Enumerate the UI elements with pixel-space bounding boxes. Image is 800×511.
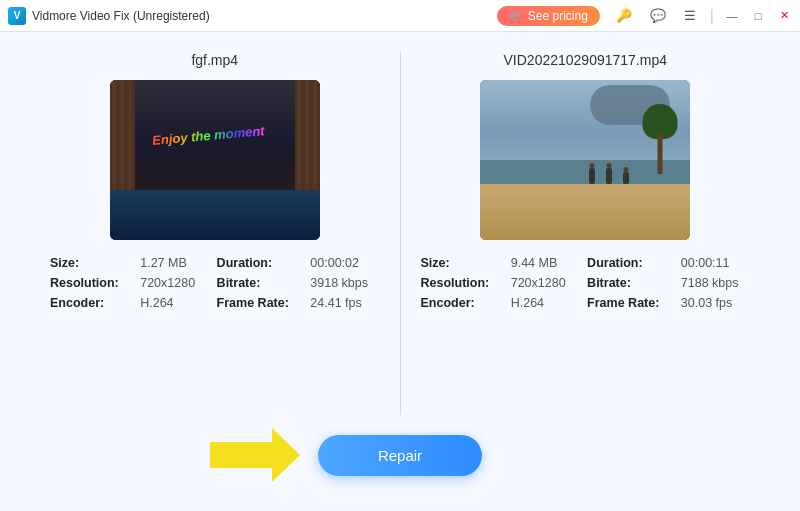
right-encoder-label: Encoder: <box>421 296 501 310</box>
right-duration-value: 00:00:11 <box>681 256 750 270</box>
key-icon[interactable]: 🔑 <box>612 6 636 25</box>
bottom-bar: Repair <box>30 415 770 495</box>
pricing-label: See pricing <box>528 9 588 23</box>
left-video-thumbnail: Enjoy the moment <box>110 80 320 240</box>
close-button[interactable]: ✕ <box>776 8 792 24</box>
person-1 <box>589 168 595 184</box>
neon-text: Enjoy the moment <box>151 123 265 148</box>
yellow-arrow <box>210 428 300 482</box>
right-video-thumbnail <box>480 80 690 240</box>
repair-label: Repair <box>378 447 422 464</box>
titlebar-icons: 🔑 💬 ☰ | — □ ✕ <box>612 6 792 25</box>
sofa-shape <box>110 190 320 240</box>
left-framerate-value: 24.41 fps <box>310 296 379 310</box>
titlebar: V Vidmore Video Fix (Unregistered) 🛒 See… <box>0 0 800 32</box>
left-encoder-label: Encoder: <box>50 296 130 310</box>
right-video-panel: VID20221029091717.mp4 <box>401 52 771 415</box>
right-duration-label: Duration: <box>587 256 671 270</box>
right-thumb-inner <box>480 80 690 240</box>
person-2-head <box>607 163 612 168</box>
left-file-info: Size: 1.27 MB Duration: 00:00:02 Resolut… <box>50 256 380 310</box>
left-encoder-value: H.264 <box>140 296 206 310</box>
svg-marker-0 <box>210 428 300 482</box>
right-bitrate-label: Bitrate: <box>587 276 671 290</box>
left-resolution-value: 720x1280 <box>140 276 206 290</box>
arrow-svg <box>210 428 300 482</box>
right-framerate-value: 30.03 fps <box>681 296 750 310</box>
repair-button[interactable]: Repair <box>318 435 482 476</box>
left-bitrate-label: Bitrate: <box>217 276 301 290</box>
right-video-title: VID20221029091717.mp4 <box>504 52 667 68</box>
person-2 <box>606 168 612 184</box>
videos-row: fgf.mp4 Enjoy the moment Size: 1.27 MB D… <box>30 52 770 415</box>
person-1-head <box>590 163 595 168</box>
right-resolution-value: 720x1280 <box>511 276 577 290</box>
left-thumb-inner: Enjoy the moment <box>110 80 320 240</box>
person-3-head <box>624 167 629 172</box>
left-size-value: 1.27 MB <box>140 256 206 270</box>
cart-icon: 🛒 <box>509 9 524 23</box>
app-icon-text: V <box>14 10 21 21</box>
right-size-label: Size: <box>421 256 501 270</box>
right-encoder-value: H.264 <box>511 296 577 310</box>
message-icon[interactable]: 💬 <box>646 6 670 25</box>
right-framerate-label: Frame Rate: <box>587 296 671 310</box>
tree-trunk <box>658 134 663 174</box>
right-resolution-label: Resolution: <box>421 276 501 290</box>
titlebar-left: V Vidmore Video Fix (Unregistered) <box>8 7 210 25</box>
maximize-button[interactable]: □ <box>750 8 766 24</box>
left-video-title: fgf.mp4 <box>191 52 238 68</box>
tree <box>640 104 680 174</box>
app-title: Vidmore Video Fix (Unregistered) <box>32 9 210 23</box>
left-resolution-label: Resolution: <box>50 276 130 290</box>
app-icon: V <box>8 7 26 25</box>
sand <box>480 184 690 240</box>
left-framerate-label: Frame Rate: <box>217 296 301 310</box>
person-3 <box>623 172 629 184</box>
right-size-value: 9.44 MB <box>511 256 577 270</box>
titlebar-right: 🛒 See pricing 🔑 💬 ☰ | — □ ✕ <box>497 6 792 26</box>
left-duration-label: Duration: <box>217 256 301 270</box>
left-video-panel: fgf.mp4 Enjoy the moment Size: 1.27 MB D… <box>30 52 400 415</box>
main-content: fgf.mp4 Enjoy the moment Size: 1.27 MB D… <box>0 32 800 511</box>
left-duration-value: 00:00:02 <box>310 256 379 270</box>
minimize-button[interactable]: — <box>724 8 740 24</box>
pricing-button[interactable]: 🛒 See pricing <box>497 6 600 26</box>
separator: | <box>710 7 714 25</box>
left-bitrate-value: 3918 kbps <box>310 276 379 290</box>
left-size-label: Size: <box>50 256 130 270</box>
menu-icon[interactable]: ☰ <box>680 6 700 25</box>
right-file-info: Size: 9.44 MB Duration: 00:00:11 Resolut… <box>421 256 751 310</box>
right-bitrate-value: 7188 kbps <box>681 276 750 290</box>
